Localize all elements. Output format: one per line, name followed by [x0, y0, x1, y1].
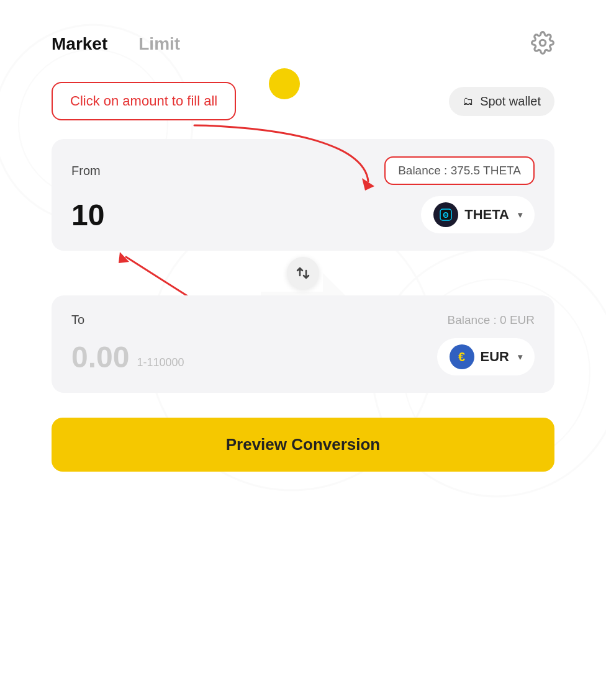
tab-market[interactable]: Market — [52, 34, 107, 54]
eur-symbol: € — [458, 350, 465, 364]
svg-text:Θ: Θ — [443, 211, 449, 220]
svg-point-5 — [540, 40, 546, 46]
tab-limit[interactable]: Limit — [138, 34, 180, 54]
to-currency-selector[interactable]: € EUR ▾ — [437, 338, 535, 375]
to-card-header: To Balance : 0 EUR — [71, 313, 535, 327]
to-card-body: 0.00 1-110000 € EUR ▾ — [71, 338, 535, 375]
swap-button[interactable] — [287, 257, 319, 289]
to-balance: Balance : 0 EUR — [448, 313, 535, 327]
from-card-body: 10 Θ THETA ▾ — [71, 196, 535, 233]
to-label: To — [71, 313, 84, 327]
tabs-left: Market Limit — [52, 34, 180, 54]
tabs-row: Market Limit — [52, 31, 554, 57]
to-currency-label: EUR — [481, 349, 509, 365]
to-card: To Balance : 0 EUR 0.00 1-110000 € EUR ▾ — [52, 295, 554, 393]
from-balance-box[interactable]: Balance : 375.5 THETA — [384, 156, 535, 185]
swap-row — [52, 257, 554, 289]
spot-wallet-button[interactable]: 🗂 Spot wallet — [449, 87, 554, 116]
from-currency-chevron: ▾ — [518, 210, 522, 220]
preview-conversion-button[interactable]: Preview Conversion — [52, 418, 554, 472]
from-currency-label: THETA — [464, 207, 509, 223]
eur-icon: € — [450, 344, 474, 369]
to-currency-chevron: ▾ — [518, 352, 522, 362]
spot-wallet-label: Spot wallet — [480, 94, 541, 109]
click-hint-box[interactable]: Click on amount to fill all — [52, 82, 236, 120]
from-amount[interactable]: 10 — [71, 198, 104, 232]
to-amount-row: 0.00 1-110000 — [71, 340, 184, 374]
gear-button[interactable] — [531, 31, 554, 57]
from-card: From Balance : 375.5 THETA 10 Θ THETA ▾ — [52, 139, 554, 251]
from-currency-selector[interactable]: Θ THETA ▾ — [421, 196, 535, 233]
theta-icon: Θ — [433, 202, 458, 227]
to-amount-placeholder[interactable]: 0.00 — [71, 340, 129, 374]
wallet-icon: 🗂 — [463, 95, 474, 108]
yellow-dot-decoration — [269, 68, 300, 99]
from-card-header: From Balance : 375.5 THETA — [71, 156, 535, 185]
from-label: From — [71, 164, 101, 178]
to-range-hint: 1-110000 — [137, 356, 184, 374]
annotation-row: Click on amount to fill all 🗂 Spot walle… — [52, 82, 554, 120]
